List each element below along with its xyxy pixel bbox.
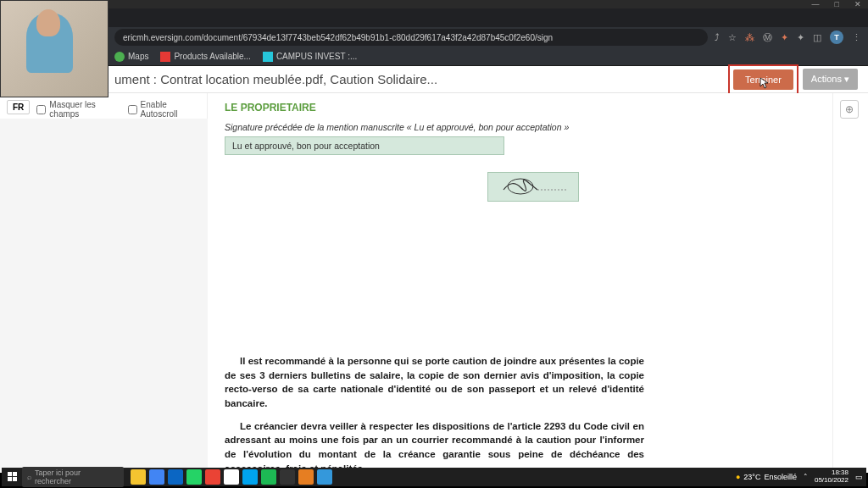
search-icon: ⌕ bbox=[27, 473, 31, 481]
maximize-button[interactable]: □ bbox=[835, 0, 839, 8]
terminer-button[interactable]: Terminer bbox=[733, 69, 793, 90]
terminer-highlight: Terminer bbox=[728, 64, 798, 95]
tb-app-9[interactable] bbox=[280, 469, 295, 485]
document-viewport[interactable]: LE PROPRIETAIRE Signature précédée de la… bbox=[208, 93, 832, 473]
svg-rect-2 bbox=[13, 472, 17, 476]
tb-app-5[interactable] bbox=[205, 469, 220, 485]
tb-app-6[interactable] bbox=[224, 469, 239, 485]
tb-app-8[interactable] bbox=[261, 469, 276, 485]
signature-field[interactable] bbox=[487, 172, 579, 202]
extensions-icon[interactable]: ✦ bbox=[797, 32, 804, 43]
taskbar-search[interactable]: ⌕Taper ici pour rechercher bbox=[22, 467, 124, 487]
ext2-icon[interactable]: Ⓜ bbox=[763, 31, 772, 44]
paragraph-recommendation: Il est recommandé à la personne qui se p… bbox=[225, 354, 644, 411]
section-heading: LE PROPRIETAIRE bbox=[225, 102, 644, 114]
tray-chevron-icon[interactable]: ˄ bbox=[804, 473, 808, 481]
autoscroll-checkbox[interactable]: Enable Autoscroll bbox=[128, 100, 200, 119]
ext3-icon[interactable]: ✦ bbox=[781, 32, 788, 43]
star-icon[interactable]: ☆ bbox=[728, 32, 737, 43]
tb-app-2[interactable] bbox=[149, 469, 164, 485]
puzzle-icon[interactable]: ◫ bbox=[813, 32, 821, 43]
profile-avatar[interactable]: T bbox=[830, 30, 843, 44]
minimize-button[interactable]: — bbox=[812, 0, 820, 8]
url-field[interactable]: ericmh.eversign.com/document/67934de13f7… bbox=[114, 29, 708, 46]
svg-rect-4 bbox=[13, 477, 17, 481]
svg-rect-3 bbox=[8, 477, 12, 481]
svg-point-0 bbox=[508, 179, 533, 194]
menu-icon[interactable]: ⋮ bbox=[852, 32, 861, 43]
browser-addressbar: ericmh.eversign.com/document/67934de13f7… bbox=[0, 27, 868, 47]
taskbar-weather[interactable]: ● 23°C Ensoleillé bbox=[736, 473, 797, 481]
tb-app-7[interactable] bbox=[242, 469, 258, 485]
right-toolbar: ⊕ bbox=[832, 93, 868, 473]
notifications-icon[interactable]: ▭ bbox=[855, 473, 863, 481]
tb-app-11[interactable] bbox=[317, 469, 332, 485]
bookmark-campus[interactable]: CAMPUS INVEST :... bbox=[263, 52, 357, 62]
window-titlebar: — □ ✕ bbox=[0, 0, 868, 8]
start-button[interactable] bbox=[5, 469, 20, 485]
actions-button[interactable]: Actions ▾ bbox=[803, 69, 858, 90]
taskbar-clock[interactable]: 18:38 05/10/2022 bbox=[815, 469, 849, 485]
bookmark-maps[interactable]: Maps bbox=[114, 52, 148, 62]
share-icon[interactable]: ⤴ bbox=[715, 32, 720, 42]
app-header: ument : Contrat location meublée.pdf, Ca… bbox=[0, 66, 868, 93]
tb-app-3[interactable] bbox=[168, 469, 183, 485]
approval-text-field[interactable]: Lu et approuvé, bon pour acceptation bbox=[225, 136, 504, 155]
webcam-overlay bbox=[0, 0, 108, 97]
language-selector[interactable]: FR bbox=[7, 100, 30, 114]
signature-icon bbox=[495, 175, 571, 200]
tb-app-1[interactable] bbox=[131, 469, 146, 485]
document-title: ument : Contrat location meublée.pdf, Ca… bbox=[114, 72, 437, 86]
sun-icon: ● bbox=[736, 473, 740, 481]
close-button[interactable]: ✕ bbox=[854, 0, 861, 8]
browser-tabbar[interactable] bbox=[0, 8, 868, 27]
hide-fields-checkbox[interactable]: Masquer les champs bbox=[36, 100, 120, 119]
zoom-button[interactable]: ⊕ bbox=[840, 100, 859, 119]
tb-app-10[interactable] bbox=[298, 469, 314, 485]
tb-app-4[interactable] bbox=[186, 469, 202, 485]
paragraph-creancier: Le créancier devra veiller à respecter l… bbox=[225, 419, 644, 473]
svg-rect-1 bbox=[8, 472, 12, 476]
signature-instruction: Signature précédée de la mention manuscr… bbox=[225, 122, 644, 132]
windows-taskbar: ⌕Taper ici pour rechercher ● 23°C Ensole… bbox=[2, 468, 866, 486]
ext1-icon[interactable]: ⁂ bbox=[745, 32, 754, 43]
bookmark-products[interactable]: Products Available... bbox=[160, 52, 250, 62]
